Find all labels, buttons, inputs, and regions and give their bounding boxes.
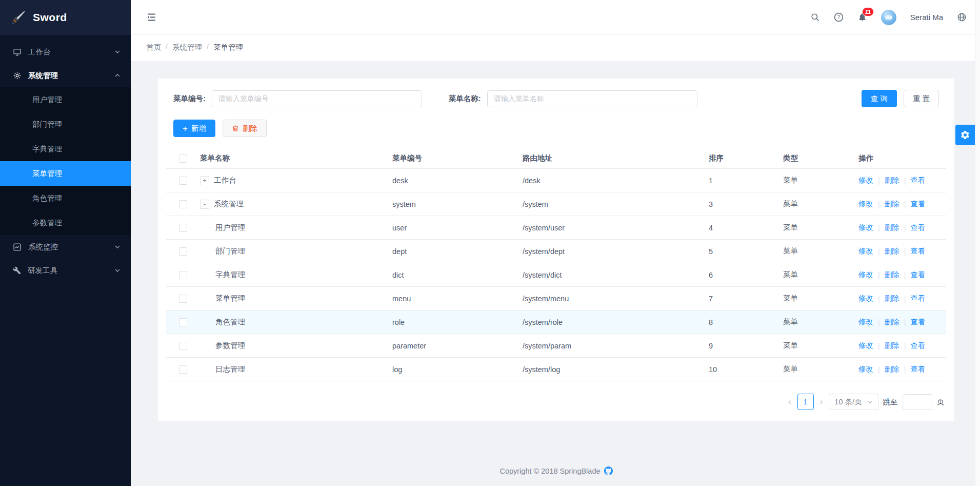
sidebar-item-label: 工作台 bbox=[28, 47, 51, 57]
prev-page-button[interactable]: ‹ bbox=[787, 397, 793, 407]
cell-route: /desk bbox=[523, 177, 709, 185]
table-row[interactable]: 参数管理parameter/system/param9菜单修改|删除|查看 bbox=[166, 334, 946, 358]
table-row[interactable]: -系统管理system/system3菜单修改|删除|查看 bbox=[166, 192, 946, 216]
row-checkbox[interactable] bbox=[179, 200, 187, 208]
expand-icon[interactable]: + bbox=[200, 176, 209, 185]
action-delete[interactable]: 删除 bbox=[885, 364, 899, 374]
delete-button-label: 删除 bbox=[243, 124, 257, 133]
scrollbar-track[interactable] bbox=[975, 0, 980, 486]
action-view[interactable]: 查看 bbox=[911, 341, 926, 351]
action-view[interactable]: 查看 bbox=[911, 176, 926, 185]
row-checkbox[interactable] bbox=[179, 247, 187, 256]
action-delete[interactable]: 删除 bbox=[885, 223, 899, 232]
sidebar-subitem[interactable]: 用户管理 bbox=[0, 87, 131, 112]
table-row[interactable]: +工作台desk/desk1菜单修改|删除|查看 bbox=[166, 169, 946, 192]
row-checkbox[interactable] bbox=[179, 177, 187, 185]
notification-bell-icon[interactable]: 11 bbox=[857, 12, 867, 22]
table-row[interactable]: 用户管理user/system/user4菜单修改|删除|查看 bbox=[166, 216, 946, 240]
breadcrumb-item[interactable]: 首页 bbox=[146, 43, 161, 52]
select-all-checkbox[interactable] bbox=[179, 154, 187, 163]
avatar[interactable] bbox=[881, 10, 896, 25]
sidebar-item[interactable]: 系统监控 bbox=[0, 235, 131, 259]
row-checkbox[interactable] bbox=[179, 271, 187, 279]
cell-type: 菜单 bbox=[783, 223, 858, 232]
table-header-row: 菜单名称菜单编号路由地址排序类型操作 bbox=[166, 148, 946, 169]
action-view[interactable]: 查看 bbox=[911, 199, 926, 209]
sidebar-item[interactable]: 研发工具 bbox=[0, 259, 131, 282]
action-edit[interactable]: 修改 bbox=[858, 364, 873, 374]
row-checkbox[interactable] bbox=[179, 318, 187, 326]
action-edit[interactable]: 修改 bbox=[858, 223, 873, 232]
row-checkbox[interactable] bbox=[179, 342, 187, 350]
github-icon[interactable] bbox=[604, 466, 613, 475]
search-button[interactable]: 查 询 bbox=[862, 90, 897, 107]
breadcrumb-item[interactable]: 菜单管理 bbox=[213, 43, 243, 52]
action-edit[interactable]: 修改 bbox=[858, 246, 873, 256]
jump-to-input[interactable] bbox=[903, 394, 932, 410]
action-edit[interactable]: 修改 bbox=[858, 341, 873, 351]
action-edit[interactable]: 修改 bbox=[858, 176, 873, 185]
reset-button[interactable]: 重 置 bbox=[904, 90, 939, 107]
sidebar-subitem[interactable]: 角色管理 bbox=[0, 186, 131, 210]
action-edit[interactable]: 修改 bbox=[858, 294, 873, 303]
action-view[interactable]: 查看 bbox=[911, 317, 926, 327]
delete-button[interactable]: 删除 bbox=[223, 120, 267, 137]
table-row[interactable]: 日志管理log/system/log10菜单修改|删除|查看 bbox=[166, 358, 946, 381]
action-edit[interactable]: 修改 bbox=[858, 199, 873, 209]
globe-icon[interactable] bbox=[957, 12, 967, 22]
action-delete[interactable]: 删除 bbox=[885, 317, 899, 327]
filter-field-label: 菜单编号: bbox=[173, 94, 206, 104]
main-area: ? 11 Serati Ma 首页/系统管理/菜单管理 菜单编号:菜单名称: 查… bbox=[131, 0, 980, 486]
page-size-select[interactable]: 10 条/页 bbox=[829, 394, 878, 410]
wrench-icon bbox=[13, 266, 21, 275]
sidebar-subitem[interactable]: 菜单管理 bbox=[0, 161, 131, 186]
action-view[interactable]: 查看 bbox=[911, 223, 926, 232]
next-page-button[interactable]: › bbox=[818, 397, 825, 407]
username[interactable]: Serati Ma bbox=[910, 13, 943, 22]
row-checkbox[interactable] bbox=[179, 365, 187, 374]
action-delete[interactable]: 删除 bbox=[885, 199, 899, 209]
action-delete[interactable]: 删除 bbox=[885, 270, 899, 280]
sidebar-subitem[interactable]: 字典管理 bbox=[0, 137, 131, 161]
cell-route: /system/user bbox=[523, 224, 709, 232]
action-view[interactable]: 查看 bbox=[911, 246, 926, 256]
action-view[interactable]: 查看 bbox=[911, 270, 926, 280]
app-logo[interactable]: Sword bbox=[0, 0, 131, 35]
menu-fold-icon[interactable] bbox=[146, 12, 157, 23]
cell-sort: 7 bbox=[709, 295, 783, 303]
add-button[interactable]: + 新增 bbox=[173, 120, 215, 137]
footer: Copyright © 2018 SpringBlade bbox=[158, 466, 954, 475]
action-delete[interactable]: 删除 bbox=[885, 341, 899, 351]
table-row[interactable]: 部门管理dept/system/dept5菜单修改|删除|查看 bbox=[166, 240, 946, 263]
cell-code: log bbox=[392, 365, 523, 374]
row-checkbox[interactable] bbox=[179, 295, 187, 303]
help-icon[interactable]: ? bbox=[834, 12, 844, 22]
topbar: ? 11 Serati Ma bbox=[131, 0, 980, 35]
collapse-icon[interactable]: - bbox=[200, 200, 209, 209]
settings-gear-button[interactable] bbox=[955, 125, 975, 145]
breadcrumb-item[interactable]: 系统管理 bbox=[172, 43, 202, 52]
sidebar-item[interactable]: 工作台 bbox=[0, 40, 131, 64]
action-view[interactable]: 查看 bbox=[911, 294, 926, 303]
sidebar-subitem[interactable]: 参数管理 bbox=[0, 210, 131, 235]
sidebar-item-label: 研发工具 bbox=[28, 266, 57, 276]
action-edit[interactable]: 修改 bbox=[858, 270, 873, 280]
row-checkbox[interactable] bbox=[179, 224, 187, 232]
table-row[interactable]: 字典管理dict/system/dict6菜单修改|删除|查看 bbox=[166, 263, 946, 287]
sidebar-subitem[interactable]: 部门管理 bbox=[0, 112, 131, 137]
filter-field-input[interactable] bbox=[487, 90, 697, 107]
table-row[interactable]: 角色管理role/system/role8菜单修改|删除|查看 bbox=[166, 310, 946, 334]
page-number-button[interactable]: 1 bbox=[797, 394, 814, 410]
sidebar-item[interactable]: 系统管理 bbox=[0, 64, 131, 87]
table-row[interactable]: 菜单管理menu/system/menu7菜单修改|删除|查看 bbox=[166, 287, 946, 310]
action-delete[interactable]: 删除 bbox=[885, 246, 899, 256]
filter-field: 菜单名称: bbox=[449, 90, 697, 107]
action-edit[interactable]: 修改 bbox=[858, 317, 873, 327]
filter-field-input[interactable] bbox=[212, 90, 422, 107]
column-header: 排序 bbox=[709, 153, 783, 163]
action-view[interactable]: 查看 bbox=[911, 364, 926, 374]
cell-type: 菜单 bbox=[783, 246, 858, 256]
action-delete[interactable]: 删除 bbox=[885, 294, 899, 303]
action-delete[interactable]: 删除 bbox=[885, 176, 899, 185]
search-icon[interactable] bbox=[810, 12, 820, 22]
